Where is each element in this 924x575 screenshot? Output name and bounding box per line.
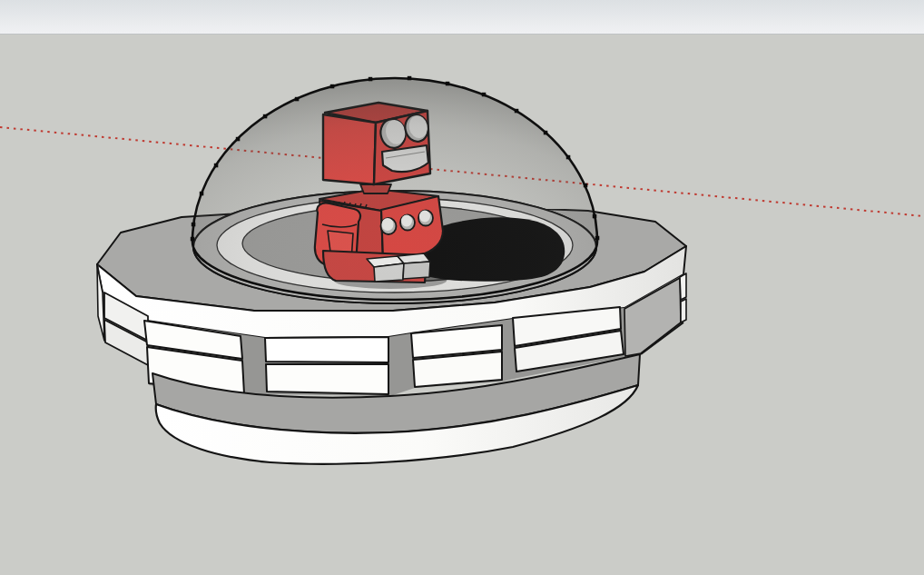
- dome-glass[interactable]: [192, 78, 597, 300]
- application-window: [0, 0, 924, 575]
- scene-canvas[interactable]: [0, 35, 924, 575]
- panel-slat[interactable]: [265, 337, 388, 362]
- panel-slat[interactable]: [266, 364, 388, 394]
- panel-slat[interactable]: [680, 273, 686, 300]
- toolbar-strip: [0, 0, 924, 35]
- panel-slat[interactable]: [681, 299, 686, 322]
- glass-dome[interactable]: [191, 76, 600, 300]
- modeling-viewport[interactable]: [0, 35, 924, 575]
